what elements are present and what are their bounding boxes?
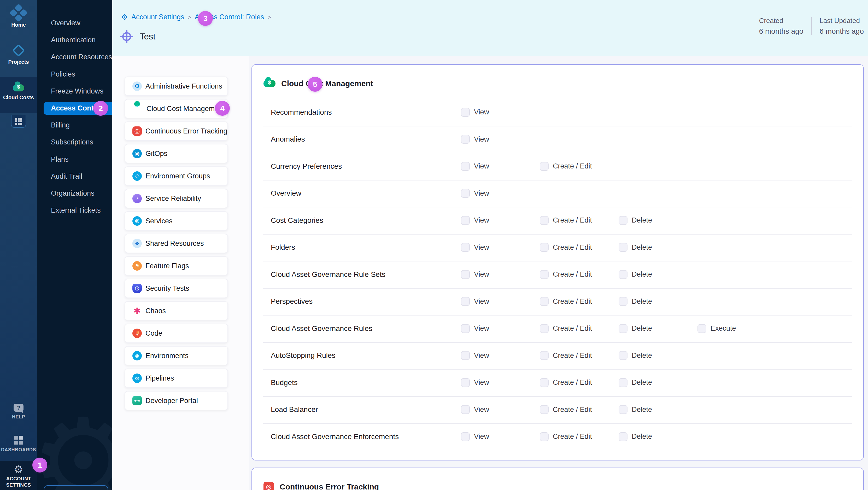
permission-checkbox[interactable]	[540, 297, 549, 306]
permission-checkbox[interactable]	[619, 297, 627, 306]
permission-checkbox[interactable]	[461, 297, 470, 306]
permission-checkbox[interactable]	[461, 432, 470, 441]
module-card[interactable]: GitOps	[125, 144, 228, 163]
nav-item[interactable]: Audit Trail	[37, 168, 112, 185]
permission-checkbox[interactable]	[698, 324, 706, 333]
permission-option[interactable]: View	[461, 162, 540, 171]
permission-checkbox[interactable]	[540, 378, 549, 387]
permission-option[interactable]: Create / Edit	[540, 243, 619, 252]
permission-checkbox[interactable]	[540, 270, 549, 279]
permission-checkbox[interactable]	[619, 216, 627, 225]
nav-item[interactable]: Account Resources	[37, 49, 112, 66]
module-card[interactable]: Chaos	[125, 301, 228, 320]
permission-option[interactable]: Delete	[619, 324, 698, 333]
permission-option[interactable]: Delete	[619, 297, 698, 306]
permission-checkbox[interactable]	[461, 135, 470, 144]
permission-option[interactable]: Delete	[619, 270, 698, 279]
permission-checkbox[interactable]	[461, 270, 470, 279]
permission-option[interactable]: View	[461, 108, 540, 117]
module-card[interactable]: Services	[125, 211, 228, 231]
permission-checkbox[interactable]	[461, 378, 470, 387]
module-card[interactable]: Code	[125, 324, 228, 343]
nav-item[interactable]: Policies	[37, 66, 112, 83]
nav-bottom-button[interactable]	[44, 485, 108, 490]
permission-option[interactable]: Delete	[619, 243, 698, 252]
nav-item[interactable]: Freeze Windows	[37, 83, 112, 100]
permission-checkbox[interactable]	[540, 432, 549, 441]
permission-checkbox[interactable]	[461, 162, 470, 171]
permission-option[interactable]: View	[461, 189, 540, 198]
module-card[interactable]: Shared Resources	[125, 234, 228, 253]
permission-checkbox[interactable]	[540, 216, 549, 225]
sidebar-item-projects[interactable]: Projects	[0, 44, 37, 65]
permission-checkbox[interactable]	[461, 189, 470, 198]
permission-checkbox[interactable]	[619, 378, 627, 387]
module-card[interactable]: Environments	[125, 346, 228, 365]
permission-option[interactable]: Delete	[619, 351, 698, 360]
permission-option[interactable]: View	[461, 270, 540, 279]
module-card[interactable]: Pipelines	[125, 369, 228, 388]
permission-checkbox[interactable]	[619, 270, 627, 279]
permission-checkbox[interactable]	[461, 243, 470, 252]
permission-checkbox[interactable]	[619, 243, 627, 252]
permission-option[interactable]: Create / Edit	[540, 432, 619, 441]
permission-checkbox[interactable]	[619, 432, 627, 441]
permission-option[interactable]: View	[461, 216, 540, 225]
module-card[interactable]: Cloud Cost Management	[125, 99, 228, 118]
permission-option[interactable]: View	[461, 324, 540, 333]
sidebar-item-dashboards[interactable]: DASHBOARDS	[0, 436, 37, 453]
nav-item[interactable]: Authentication	[37, 32, 112, 49]
permission-option[interactable]: View	[461, 243, 540, 252]
module-card[interactable]: Security Tests	[125, 279, 228, 298]
permission-option[interactable]: Create / Edit	[540, 351, 619, 360]
permission-checkbox[interactable]	[540, 351, 549, 360]
nav-item[interactable]: Billing	[37, 117, 112, 134]
permission-checkbox[interactable]	[461, 351, 470, 360]
module-card[interactable]: Feature Flags	[125, 256, 228, 276]
nav-item[interactable]: Overview	[37, 14, 112, 32]
module-card[interactable]: Continuous Error Tracking	[125, 121, 228, 141]
permission-checkbox[interactable]	[461, 216, 470, 225]
permission-option[interactable]: Create / Edit	[540, 297, 619, 306]
permission-option[interactable]: View	[461, 351, 540, 360]
sidebar-item-help[interactable]: ? HELP	[0, 404, 37, 420]
sidebar-item-cloud-costs[interactable]: Cloud Costs	[0, 77, 37, 113]
permission-checkbox[interactable]	[540, 162, 549, 171]
module-card[interactable]: Environment Groups	[125, 166, 228, 186]
permission-option[interactable]: Delete	[619, 378, 698, 387]
permission-option[interactable]: Create / Edit	[540, 216, 619, 225]
module-card[interactable]: Service Reliability	[125, 189, 228, 208]
permission-option[interactable]: Create / Edit	[540, 270, 619, 279]
nav-item[interactable]: External Tickets	[37, 202, 112, 219]
permission-checkbox[interactable]	[619, 405, 627, 414]
sidebar-item-home[interactable]: Home	[0, 6, 37, 28]
permission-option[interactable]: Delete	[619, 216, 698, 225]
module-picker-button[interactable]	[11, 115, 26, 128]
permission-option[interactable]: Execute	[698, 324, 863, 333]
permissions-scroll-area[interactable]: Cloud Cost Management Recommendations Vi…	[249, 56, 868, 490]
nav-item[interactable]: Subscriptions	[37, 134, 112, 151]
permission-option[interactable]: Create / Edit	[540, 378, 619, 387]
permission-checkbox[interactable]	[461, 405, 470, 414]
permission-option[interactable]: View	[461, 405, 540, 414]
module-card[interactable]: Developer Portal	[125, 391, 228, 410]
permission-option[interactable]: Delete	[619, 405, 698, 414]
permission-option[interactable]: Create / Edit	[540, 324, 619, 333]
permission-checkbox[interactable]	[461, 108, 470, 117]
permission-checkbox[interactable]	[619, 324, 627, 333]
permission-checkbox[interactable]	[461, 324, 470, 333]
permission-option[interactable]: Create / Edit	[540, 405, 619, 414]
sidebar-item-account-settings[interactable]: ACCOUNT SETTINGS	[0, 461, 37, 490]
permission-checkbox[interactable]	[540, 324, 549, 333]
permission-checkbox[interactable]	[540, 243, 549, 252]
permission-option[interactable]: View	[461, 378, 540, 387]
nav-item[interactable]: Plans	[37, 151, 112, 168]
permission-option[interactable]: View	[461, 297, 540, 306]
permission-option[interactable]: Create / Edit	[540, 162, 619, 171]
module-card[interactable]: Administrative Functions	[125, 76, 228, 96]
breadcrumb-link-account-settings[interactable]: Account Settings	[131, 13, 184, 21]
permission-option[interactable]: View	[461, 135, 540, 144]
nav-item[interactable]: Organizations	[37, 185, 112, 202]
permission-option[interactable]: Delete	[619, 432, 698, 441]
permission-checkbox[interactable]	[619, 351, 627, 360]
